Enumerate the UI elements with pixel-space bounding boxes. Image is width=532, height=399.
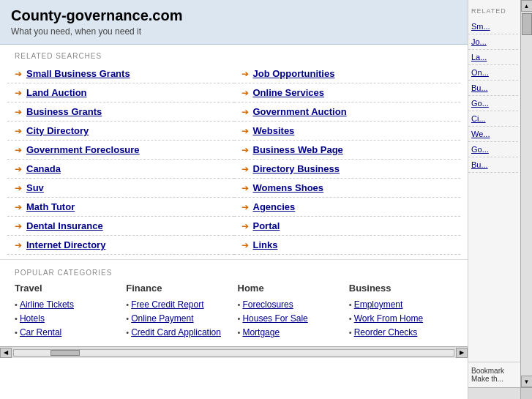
sidebar-link-go2[interactable]: Go... <box>468 142 518 157</box>
bookmark-text[interactable]: BookmarkMake th... <box>471 367 517 383</box>
sidebar-link-go[interactable]: Go... <box>468 96 518 111</box>
list-item: Work From Home <box>349 311 453 325</box>
link-directory-business[interactable]: Directory Business <box>253 163 340 174</box>
arrow-icon: ➔ <box>15 69 22 79</box>
link-agencies[interactable]: Agencies <box>253 201 296 212</box>
link-credit-card-application[interactable]: Credit Card Application <box>131 327 221 338</box>
category-title-travel: Travel <box>15 283 119 294</box>
list-item: ➔ Business Web Page <box>234 141 461 160</box>
link-government-foreclosure[interactable]: Government Foreclosure <box>26 144 140 155</box>
sidebar-link-ci[interactable]: Ci... <box>468 111 518 127</box>
sidebar-scrollbar-bottom <box>468 387 520 399</box>
list-item: ➔ Small Business Grants <box>7 64 234 83</box>
list-item: Reorder Checks <box>349 325 453 339</box>
arrow-icon: ➔ <box>15 126 22 136</box>
link-dental-insurance[interactable]: Dental Insurance <box>26 220 103 231</box>
link-online-payment[interactable]: Online Payment <box>131 313 193 324</box>
list-item: ➔ Dental Insurance <box>7 217 234 236</box>
link-job-opportunities[interactable]: Job Opportunities <box>253 68 335 79</box>
arrow-icon: ➔ <box>241 69 249 79</box>
header: County-governance.com What you need, whe… <box>0 0 468 45</box>
link-land-auction[interactable]: Land Auction <box>26 87 87 98</box>
sidebar-link-on[interactable]: On... <box>468 65 518 81</box>
link-mortgage[interactable]: Mortgage <box>242 327 280 338</box>
list-item: ➔ Job Opportunities <box>234 64 461 83</box>
link-small-business-grants[interactable]: Small Business Grants <box>26 68 130 79</box>
link-car-rental[interactable]: Car Rental <box>20 327 61 338</box>
scroll-down-button[interactable]: ▼ <box>521 376 533 387</box>
list-item: ➔ Directory Business <box>234 160 461 179</box>
category-finance: Finance Free Credit Report Online Paymen… <box>126 283 230 339</box>
list-item: ➔ Womens Shoes <box>234 179 461 198</box>
link-math-tutor[interactable]: Math Tutor <box>26 201 75 212</box>
list-item: Airline Tickets <box>15 297 119 311</box>
category-business: Business Employment Work From Home Reord… <box>349 283 453 339</box>
vertical-scrollbar[interactable]: ▲ ▼ <box>520 0 532 399</box>
arrow-icon: ➔ <box>15 221 22 231</box>
scroll-thumb[interactable] <box>50 350 80 356</box>
sidebar-link-la[interactable]: La... <box>468 50 518 65</box>
arrow-icon: ➔ <box>15 88 22 98</box>
scroll-thumb[interactable] <box>522 13 532 35</box>
bookmark-section: BookmarkMake th... <box>468 362 520 387</box>
arrow-icon: ➔ <box>241 145 249 155</box>
link-government-auction[interactable]: Government Auction <box>253 106 347 117</box>
link-links[interactable]: Links <box>253 239 278 250</box>
list-item: ➔ Government Auction <box>234 102 461 122</box>
list-item: Mortgage <box>238 325 342 339</box>
categories-grid: Travel Airline Tickets Hotels Car Rental… <box>0 283 468 346</box>
scroll-up-button[interactable]: ▲ <box>521 0 533 12</box>
related-links-grid: ➔ Small Business Grants ➔ Job Opportunit… <box>0 64 468 255</box>
site-title: County-governance.com <box>11 7 457 24</box>
arrow-icon: ➔ <box>241 107 249 117</box>
sidebar-link-we[interactable]: We... <box>468 127 518 142</box>
link-houses-for-sale[interactable]: Houses For Sale <box>242 313 307 324</box>
link-airline-tickets[interactable]: Airline Tickets <box>20 299 74 310</box>
link-work-from-home[interactable]: Work From Home <box>354 313 423 324</box>
arrow-icon: ➔ <box>241 202 249 212</box>
arrow-icon: ➔ <box>15 145 22 155</box>
horizontal-scrollbar[interactable]: ◀ ▶ <box>0 346 468 358</box>
scroll-right-button[interactable]: ▶ <box>456 348 468 358</box>
related-searches-label: RELATED SEARCHES <box>0 45 468 64</box>
sidebar-link-bu[interactable]: Bu... <box>468 81 518 96</box>
link-employment[interactable]: Employment <box>354 299 403 310</box>
site-subtitle: What you need, when you need it <box>11 26 457 37</box>
list-item: Online Payment <box>126 311 230 325</box>
scroll-corner <box>521 387 533 399</box>
link-portal[interactable]: Portal <box>253 220 280 231</box>
popular-categories-label: POPULAR CATEGORIES <box>0 259 468 283</box>
link-city-directory[interactable]: City Directory <box>26 125 89 136</box>
link-business-web-page[interactable]: Business Web Page <box>253 144 343 155</box>
arrow-icon: ➔ <box>241 88 249 98</box>
arrow-icon: ➔ <box>241 183 249 193</box>
sidebar-link-jo[interactable]: Jo... <box>468 34 518 50</box>
list-item: Employment <box>349 297 453 311</box>
scroll-left-button[interactable]: ◀ <box>0 348 12 358</box>
sidebar-related-label: RELATED <box>468 0 520 19</box>
link-foreclosures[interactable]: Foreclosures <box>242 299 293 310</box>
link-canada[interactable]: Canada <box>26 163 61 174</box>
list-item: ➔ Math Tutor <box>7 198 234 217</box>
category-home: Home Foreclosures Houses For Sale Mortga… <box>238 283 342 339</box>
link-websites[interactable]: Websites <box>253 125 295 136</box>
link-business-grants[interactable]: Business Grants <box>26 106 102 117</box>
list-item: ➔ Business Grants <box>7 102 234 122</box>
category-title-home: Home <box>238 283 342 294</box>
link-suv[interactable]: Suv <box>26 182 44 193</box>
link-free-credit-report[interactable]: Free Credit Report <box>131 299 203 310</box>
list-item: Houses For Sale <box>238 311 342 325</box>
list-item: ➔ Land Auction <box>7 83 234 102</box>
sidebar-link-sm[interactable]: Sm... <box>468 19 518 34</box>
scroll-track[interactable] <box>13 349 454 357</box>
link-internet-directory[interactable]: Internet Directory <box>26 239 105 250</box>
link-womens-shoes[interactable]: Womens Shoes <box>253 182 324 193</box>
link-reorder-checks[interactable]: Reorder Checks <box>354 327 418 338</box>
sidebar-link-bu2[interactable]: Bu... <box>468 157 518 173</box>
right-sidebar: RELATED Sm... Jo... La... On... Bu... Go… <box>468 0 520 399</box>
link-hotels[interactable]: Hotels <box>20 313 45 324</box>
arrow-icon: ➔ <box>241 126 249 136</box>
list-item: ➔ Portal <box>234 217 461 236</box>
link-online-services[interactable]: Online Services <box>253 87 325 98</box>
arrow-icon: ➔ <box>241 240 249 250</box>
